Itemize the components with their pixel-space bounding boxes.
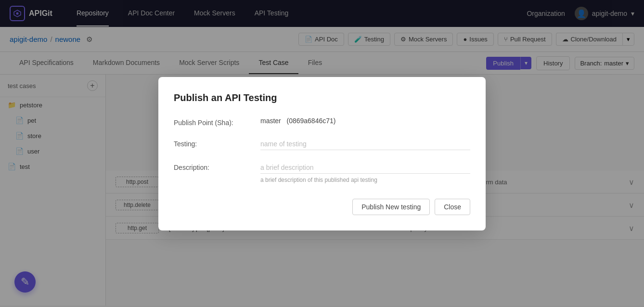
description-input-wrapper: a brief description of this published ap… bbox=[260, 162, 470, 183]
description-row: Description: a brief description of this… bbox=[174, 162, 470, 183]
publish-point-row: Publish Point (Sha): master (0869a6846c7… bbox=[174, 117, 470, 127]
testing-label: Testing: bbox=[174, 138, 260, 148]
publish-point-sha-info: master (0869a6846c71) bbox=[260, 117, 335, 125]
description-input[interactable] bbox=[260, 162, 470, 174]
testing-input-wrapper bbox=[260, 138, 470, 150]
publish-api-testing-modal: Publish an API Testing Publish Point (Sh… bbox=[158, 77, 486, 230]
publish-point-sha: (0869a6846c71) bbox=[286, 117, 335, 125]
publish-new-testing-button[interactable]: Publish New testing bbox=[352, 199, 430, 215]
publish-point-label: Publish Point (Sha): bbox=[174, 117, 260, 127]
publish-point-branch: master bbox=[260, 117, 281, 125]
testing-name-input[interactable] bbox=[260, 138, 470, 150]
modal-overlay[interactable]: Publish an API Testing Publish Point (Sh… bbox=[0, 0, 644, 306]
testing-name-row: Testing: bbox=[174, 138, 470, 150]
modal-title: Publish an API Testing bbox=[174, 92, 470, 103]
publish-point-value: master (0869a6846c71) bbox=[260, 117, 470, 125]
modal-footer: Publish New testing Close bbox=[174, 199, 470, 215]
description-label: Description: bbox=[174, 162, 260, 171]
description-hint: a brief description of this published ap… bbox=[260, 177, 470, 183]
close-modal-button[interactable]: Close bbox=[435, 199, 470, 215]
